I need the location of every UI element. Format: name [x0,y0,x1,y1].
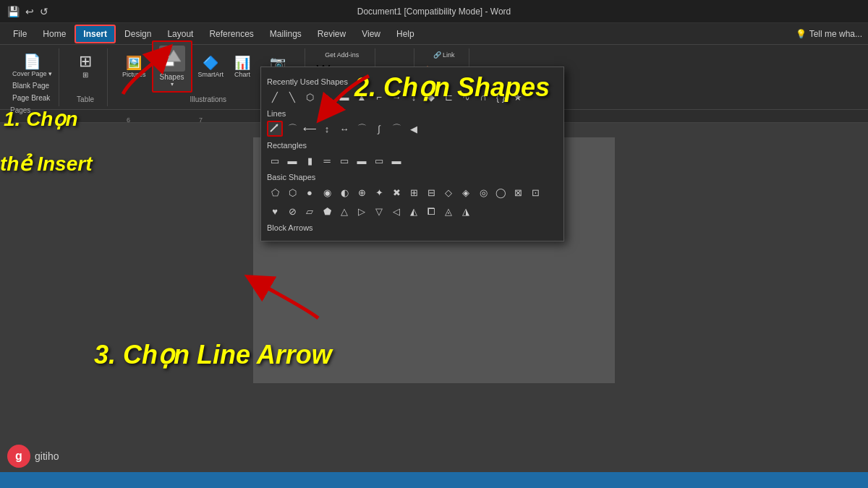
gitiho-name: gitiho [35,450,59,462]
shape-line-2[interactable]: ⌒ [284,121,300,137]
shape-basic-13[interactable]: ◎ [475,184,491,200]
shape-basic-2[interactable]: ⬡ [284,184,300,200]
menu-design[interactable]: Design [117,26,158,42]
shape-basic-4[interactable]: ◉ [319,184,335,200]
shape-basic-10[interactable]: ⊟ [423,184,439,200]
menu-home[interactable]: Home [35,26,73,42]
pictures-btn[interactable]: 🖼️ Pictures [119,53,149,80]
shape-backslash[interactable]: ╲ [284,89,300,105]
rectangles-title: Rectangles [267,141,558,150]
get-addins-label[interactable]: Get Add-ins [325,51,359,59]
shape-basic-22[interactable]: ▷ [354,203,370,219]
redo-icon[interactable]: ↺ [40,6,48,17]
shape-basic-19[interactable]: ▱ [302,203,318,219]
shape-line-diagonal[interactable] [267,121,283,137]
title-bar: 💾 ↩ ↺ Document1 [Compatibility Mode] - W… [0,0,868,23]
menu-layout[interactable]: Layout [160,26,200,42]
shape-wave[interactable]: ∿ [458,89,474,105]
shape-basic-25[interactable]: ◭ [406,203,422,219]
menu-review[interactable]: Review [310,26,353,42]
shape-basic-8[interactable]: ✖ [388,184,404,200]
shape-diagonal[interactable]: ╱ [267,89,283,105]
shape-basic-7[interactable]: ✦ [371,184,387,200]
shape-rect-2[interactable]: ▬ [284,153,300,168]
basic-shapes-row1: ⬠ ⬡ ● ◉ ◐ ⊕ ✦ ✖ ⊞ ⊟ ◇ ◈ ◎ ◯ ⊠ ⊡ [267,184,558,200]
page-break-btn[interactable]: Page Break [10,93,52,103]
shape-arc[interactable]: ∩ [475,89,491,105]
table-group: ⊞ ⊞ Table [64,48,108,106]
shape-line-7[interactable]: ∫ [371,121,387,137]
shapes-panel: Recently Used Shapes ╱ ╲ ⬡ ● ▬ ▲ ⌐ → ↓ ◆… [260,67,564,241]
menu-view[interactable]: View [354,26,388,42]
gitiho-icon: g [7,445,30,468]
tell-me-bar[interactable]: 💡 Tell me wha... [796,29,862,39]
lines-row: ⌒ ⟵ ↕ ↔ ⌒ ∫ ⌒ ◀ [267,121,558,137]
shape-hex[interactable]: ⬡ [302,89,318,105]
shape-basic-9[interactable]: ⊞ [406,184,422,200]
shape-basic-12[interactable]: ◈ [458,184,474,200]
shape-arrow-r[interactable]: → [388,89,404,105]
shape-basic-23[interactable]: ▽ [371,203,387,219]
link-btn[interactable]: 🔗 Link [433,51,455,59]
save-icon[interactable]: 💾 [7,6,20,17]
shape-basic-26[interactable]: ⧠ [423,203,439,219]
shape-rect-4[interactable]: ═ [319,153,335,168]
shape-corner[interactable]: ⌐ [371,89,387,105]
shape-diamond[interactable]: ◆ [423,89,439,105]
shape-basic-6[interactable]: ⊕ [354,184,370,200]
shape-rect-7[interactable]: ▭ [371,153,387,168]
shape-basic-14[interactable]: ◯ [493,184,509,200]
shape-rect[interactable]: ▬ [336,89,352,105]
menu-mailings[interactable]: Mailings [263,26,309,42]
shape-basic-16[interactable]: ⊡ [527,184,543,200]
shape-basic-5[interactable]: ◐ [336,184,352,200]
illustrations-label: Illustrations [190,95,227,103]
shape-line-3[interactable]: ⟵ [302,121,318,137]
shape-basic-15[interactable]: ⊠ [510,184,526,200]
menu-insert[interactable]: Insert [75,25,116,43]
shape-rect-3[interactable]: ▮ [302,153,318,168]
shape-triangle[interactable]: ▲ [354,89,370,105]
pages-label: Pages [10,106,30,114]
shapes-btn[interactable]: Shapes ▾ [152,40,192,93]
menu-help[interactable]: Help [389,26,422,42]
cover-page-btn[interactable]: 📄 Cover Page ▾ [10,51,54,79]
shapes-icon [159,46,185,72]
shape-rect-8[interactable]: ▬ [388,153,404,168]
shape-basic-24[interactable]: ◁ [388,203,404,219]
shape-basic-11[interactable]: ◇ [441,184,456,200]
pages-group: 📄 Cover Page ▾ Blank Page Page Break Pag… [6,48,59,106]
chart-btn[interactable]: 📊 Chart [229,53,255,80]
shape-rect-1[interactable]: ▭ [267,153,283,168]
shape-bracket[interactable]: ⊏ [441,89,456,105]
title-bar-icons: 💾 ↩ ↺ [7,6,48,17]
shape-basic-3[interactable]: ● [302,184,318,200]
shape-circle1[interactable]: ● [319,89,335,105]
shape-basic-1[interactable]: ⬠ [267,184,283,200]
shape-basic-20[interactable]: ⬟ [319,203,335,219]
menu-file[interactable]: File [6,26,34,42]
ruler-mark-5: 5 [58,116,61,124]
shape-basic-18[interactable]: ⊘ [284,203,300,219]
shape-basic-21[interactable]: △ [336,203,352,219]
shape-basic-28[interactable]: ◮ [458,203,474,219]
table-label: ⊞ [82,71,88,79]
shape-line-8[interactable]: ⌒ [388,121,404,137]
menu-references[interactable]: References [202,26,260,42]
shape-line-9[interactable]: ◀ [406,121,422,137]
undo-icon[interactable]: ↩ [25,6,34,17]
shape-star[interactable]: ★ [510,89,526,105]
shape-rect-5[interactable]: ▭ [336,153,352,168]
shape-brace[interactable]: { } [493,89,509,105]
table-btn[interactable]: ⊞ ⊞ [71,51,100,81]
shape-basic-17[interactable]: ♥ [267,203,283,219]
shape-line-4[interactable]: ↕ [319,121,335,137]
ruler-mark-7: 7 [199,116,203,124]
shape-arrow-d[interactable]: ↓ [406,89,422,105]
shape-basic-27[interactable]: ◬ [441,203,456,219]
shape-line-6[interactable]: ⌒ [354,121,370,137]
shape-rect-6[interactable]: ▬ [354,153,370,168]
smartart-btn[interactable]: 🔷 SmartArt [195,53,227,80]
blank-page-btn[interactable]: Blank Page [10,80,51,91]
shape-line-5[interactable]: ↔ [336,121,352,137]
